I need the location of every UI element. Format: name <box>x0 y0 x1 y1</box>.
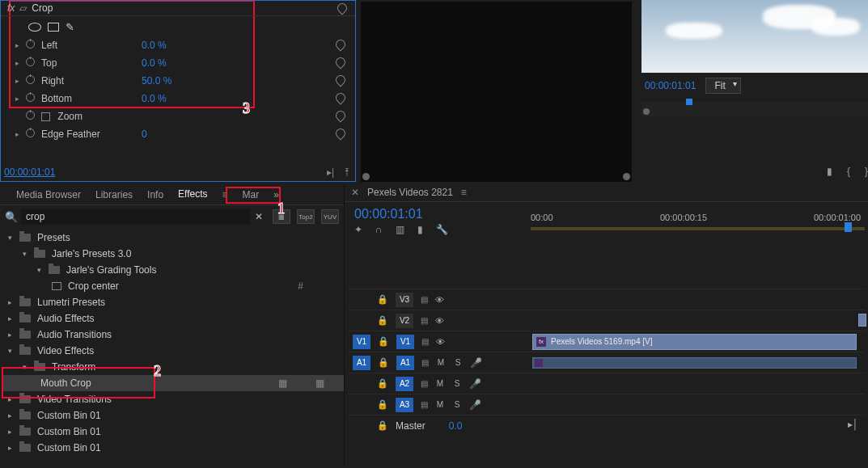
mute-toggle[interactable]: M <box>435 379 445 388</box>
master-level[interactable]: 0.0 <box>449 420 463 432</box>
tab-libraries[interactable]: Libraries <box>95 189 133 200</box>
expand-arrow-icon[interactable]: ▸ <box>15 130 23 138</box>
chevron-right-icon[interactable]: ▸ <box>8 428 16 436</box>
tree-video-transitions[interactable]: ▸ Video Transitions <box>3 391 344 407</box>
eye-icon[interactable]: 👁 <box>435 316 444 326</box>
chevron-down-icon[interactable]: ▾ <box>23 363 31 371</box>
reset-param-icon[interactable] <box>334 57 347 70</box>
transform-icon[interactable]: ▱ <box>19 2 27 14</box>
chevron-right-icon[interactable]: ▸ <box>8 298 16 306</box>
chevron-down-icon[interactable]: ▾ <box>23 250 31 258</box>
zoom-dropdown[interactable]: Fit <box>705 78 740 94</box>
filter-chip-32bit[interactable]: Top2 <box>297 209 315 224</box>
program-timecode[interactable]: 00:00:01:01 <box>645 80 696 91</box>
work-area-bar[interactable] <box>531 227 865 230</box>
marker-icon[interactable]: ▮ <box>417 224 423 235</box>
mask-rectangle-icon[interactable] <box>48 23 59 32</box>
in-bracket-icon[interactable]: { <box>847 166 850 177</box>
lock-icon[interactable]: 🔒 <box>378 357 389 368</box>
lock-icon[interactable]: 🔒 <box>377 315 388 326</box>
tree-presets[interactable]: ▾ Presets <box>3 230 344 246</box>
timeline-playhead[interactable] <box>845 222 852 232</box>
tree-jarles-grading[interactable]: ▾ Jarle's Grading Tools <box>3 262 344 278</box>
effect-keyframe-area[interactable] <box>361 2 632 182</box>
tree-transform[interactable]: ▾ Transform <box>3 359 344 375</box>
mute-toggle[interactable]: M <box>435 400 445 409</box>
track-a2[interactable]: 🔒 A2 ▤ M S 🎤 <box>348 373 865 394</box>
track-label[interactable]: V2 <box>396 314 413 328</box>
tree-audio-effects[interactable]: ▸ Audio Effects <box>3 310 344 327</box>
tab-media-browser[interactable]: Media Browser <box>16 189 81 200</box>
tab-overflow[interactable]: » <box>273 189 279 200</box>
chevron-right-icon[interactable]: ▸ <box>8 411 16 420</box>
video-clip[interactable]: fx Pexels Videos 5169.mp4 [V] <box>532 334 857 350</box>
reset-effect-icon[interactable] <box>337 3 347 15</box>
insert-icon[interactable]: ✦ <box>354 224 362 235</box>
tree-audio-transitions[interactable]: ▸ Audio Transitions <box>3 327 344 343</box>
marker-icon[interactable]: ▮ <box>827 166 832 177</box>
track-a1[interactable]: A1 🔒 A1 ▤ M S 🎤 <box>348 352 865 373</box>
settings-icon[interactable]: 🔧 <box>436 224 448 235</box>
chevron-right-icon[interactable]: ▸ <box>8 331 16 339</box>
out-bracket-icon[interactable]: } <box>865 166 868 177</box>
scroll-handle-right[interactable] <box>623 173 630 180</box>
mic-icon[interactable]: 🎤 <box>469 378 481 390</box>
panel-menu-icon[interactable]: ≡ <box>222 189 228 200</box>
tab-effects[interactable]: Effects <box>178 188 207 201</box>
source-target-a1[interactable]: A1 <box>353 356 370 370</box>
expand-arrow-icon[interactable]: ▸ <box>15 41 23 49</box>
chevron-right-icon[interactable]: ▸ <box>8 395 16 403</box>
reset-param-icon[interactable] <box>334 93 347 105</box>
toggle-output-icon[interactable]: ▤ <box>421 337 429 346</box>
toggle-output-icon[interactable]: ▤ <box>421 316 428 325</box>
mask-pen-icon[interactable]: ✎ <box>66 21 74 33</box>
track-master[interactable]: 🔒 Master 0.0 ▸│ <box>348 415 865 436</box>
track-v3[interactable]: 🔒 V3 ▤ 👁 <box>348 289 865 310</box>
solo-toggle[interactable]: S <box>452 379 462 388</box>
expand-arrow-icon[interactable]: ▸ <box>15 77 23 85</box>
track-v2[interactable]: 🔒 V2 ▤ 👁 <box>348 310 865 331</box>
stopwatch-icon[interactable] <box>23 75 36 86</box>
timeline-ruler[interactable]: 00:00 00:00:00:15 00:00:01:00 <box>531 213 865 232</box>
reset-param-icon[interactable] <box>334 40 347 52</box>
tree-lumetri[interactable]: ▸ Lumetri Presets <box>3 294 344 310</box>
scroll-handle-left[interactable] <box>362 173 370 180</box>
toggle-output-icon[interactable]: ▤ <box>421 379 428 388</box>
clip-edge[interactable] <box>858 314 866 327</box>
tree-jarles-presets[interactable]: ▾ Jarle's Presets 3.0 <box>3 246 344 262</box>
scrub-knob[interactable] <box>643 108 650 115</box>
program-scrubber[interactable] <box>641 102 868 116</box>
effects-search-input[interactable] <box>21 209 250 225</box>
chevron-right-icon[interactable]: ▸ <box>8 314 16 323</box>
param-edgefeather-value[interactable]: 0 <box>142 129 206 140</box>
track-label[interactable]: A1 <box>396 356 414 370</box>
ec-timecode[interactable]: 00:00:01:01 <box>4 167 55 178</box>
track-label[interactable]: A2 <box>396 377 413 391</box>
toggle-output-icon[interactable]: ▤ <box>421 358 429 367</box>
mask-ellipse-icon[interactable] <box>28 23 41 32</box>
lock-icon[interactable]: 🔒 <box>378 336 389 347</box>
track-label[interactable]: A3 <box>396 398 413 412</box>
tree-mouth-crop[interactable]: Mouth Crop ▦ ▦ <box>3 375 344 391</box>
chevron-down-icon[interactable]: ▾ <box>8 234 16 242</box>
audio-clip[interactable] <box>532 357 857 369</box>
panel-menu-icon[interactable]: ≡ <box>461 187 467 198</box>
goto-end-icon[interactable]: ▸│ <box>848 419 859 430</box>
track-a3[interactable]: 🔒 A3 ▤ M S 🎤 <box>348 394 865 415</box>
reset-param-icon[interactable] <box>334 75 347 87</box>
reset-param-icon[interactable] <box>334 129 347 141</box>
stopwatch-icon[interactable] <box>23 93 36 104</box>
filter-chip-yuv[interactable]: YUV <box>321 209 339 224</box>
track-label[interactable]: V3 <box>396 293 413 307</box>
lock-icon[interactable]: 🔒 <box>377 378 388 389</box>
eye-icon[interactable]: 👁 <box>435 295 444 305</box>
tree-custom-bin-2[interactable]: ▸ Custom Bin 01 <box>3 424 344 440</box>
param-top-value[interactable]: 0.0 % <box>142 57 206 69</box>
mic-icon[interactable]: 🎤 <box>470 357 482 369</box>
chevron-right-icon[interactable]: ▸ <box>8 444 16 452</box>
param-bottom-value[interactable]: 0.0 % <box>142 93 206 104</box>
linked-selection-icon[interactable]: ▥ <box>396 224 404 235</box>
stopwatch-icon[interactable] <box>23 40 36 51</box>
toggle-output-icon[interactable]: ▤ <box>421 295 428 304</box>
stopwatch-icon[interactable] <box>23 57 36 69</box>
